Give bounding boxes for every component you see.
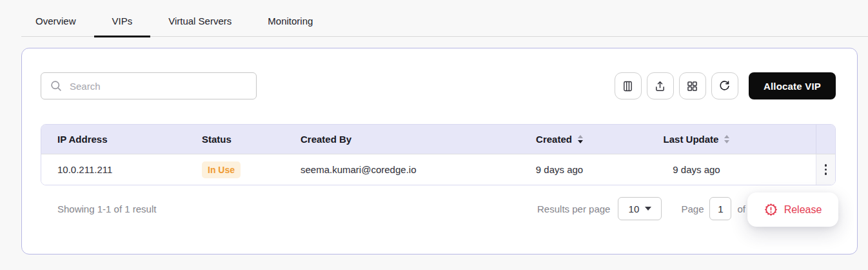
status-badge: In Use [202,161,241,178]
column-header-last-update[interactable]: Last Update [635,134,816,145]
tabs-bar: Overview VIPs Virtual Servers Monitoring [21,0,868,37]
release-menu-item[interactable]: Release [764,203,822,216]
results-per-page-label: Results per page [537,203,610,214]
table-header-row: IP Address Status Created By Created Las… [41,125,835,154]
cell-status: In Use [194,161,293,178]
cell-ip-address: 10.0.211.211 [41,164,194,175]
column-header-created[interactable]: Created [484,134,635,145]
vips-panel: Allocate VIP IP Address Status Created B… [21,48,858,254]
results-summary: Showing 1-1 of 1 result [41,203,156,214]
column-header-ip-address: IP Address [41,134,194,145]
results-per-page-select[interactable]: 10 [618,197,662,220]
tab-vips[interactable]: VIPs [94,16,151,36]
sort-icon-created[interactable] [578,135,583,143]
column-header-created-by: Created By [293,134,484,145]
grid-icon [686,79,699,93]
pagination: Results per page 10 Page of [537,197,745,220]
toolbar-actions: Allocate VIP [615,72,836,99]
row-menu-button[interactable] [821,161,831,178]
page-input[interactable] [709,197,731,220]
cell-created: 9 days ago [484,164,635,175]
refresh-icon [718,79,731,93]
grid-view-button[interactable] [679,72,706,99]
search-input[interactable] [70,81,248,92]
tab-monitoring[interactable]: Monitoring [250,16,331,36]
cell-created-by: seema.kumari@coredge.io [293,164,484,175]
column-header-actions [816,125,835,154]
export-icon [653,79,667,93]
toolbar: Allocate VIP [41,72,836,99]
export-button[interactable] [647,72,674,99]
column-header-status: Status [194,134,293,145]
tab-virtual-servers[interactable]: Virtual Servers [150,16,250,36]
search-icon [50,79,63,92]
columns-button[interactable] [615,72,642,99]
page-label: Page [681,203,704,214]
cell-actions [816,154,835,185]
sort-icon-last-update[interactable] [724,135,729,143]
vips-table: IP Address Status Created By Created Las… [41,124,836,185]
search-box[interactable] [41,72,257,99]
refresh-button[interactable] [711,72,738,99]
chevron-down-icon [645,207,651,211]
allocate-vip-button[interactable]: Allocate VIP [749,72,836,99]
cell-last-update: 9 days ago [635,164,816,175]
table-footer: Showing 1-1 of 1 result Results per page… [41,197,836,220]
columns-icon [621,79,635,93]
row-action-menu: Release [747,192,838,227]
release-alert-icon [764,203,778,216]
table-row[interactable]: 10.0.211.211 In Use seema.kumari@coredge… [41,154,835,185]
page-of-label: of [737,203,745,214]
tab-overview[interactable]: Overview [21,16,94,36]
